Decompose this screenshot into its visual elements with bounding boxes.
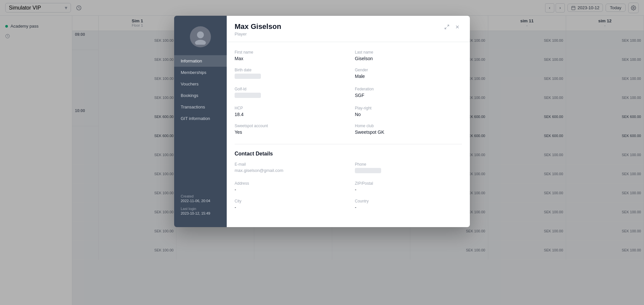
first-name-value: Max [235, 56, 342, 61]
field-email: E-mail max.giselson@gmail.com [235, 162, 342, 175]
personal-info-grid: First name Max Last name Giselson Birth … [235, 50, 462, 135]
field-golf-id: Golf-Id [235, 87, 342, 99]
last-name-value: Giselson [355, 56, 462, 61]
modal-player-name: Max Giselson [235, 22, 281, 31]
federation-label: Federation [355, 87, 462, 91]
modal-sidebar: Information Memberships Vouchers Booking… [174, 16, 227, 227]
field-birth-date: Birth date [235, 68, 342, 80]
modal-body: First name Max Last name Giselson Birth … [227, 42, 470, 227]
zip-label: ZIP/Postal [355, 181, 462, 186]
phone-label: Phone [355, 162, 462, 167]
zip-value: - [355, 187, 462, 192]
golf-id-value [235, 93, 261, 98]
modal-avatar-section [174, 26, 227, 47]
city-value: - [235, 205, 342, 210]
country-label: Country [355, 199, 462, 203]
last-name-label: Last name [355, 50, 462, 55]
play-right-label: Play-right [355, 106, 462, 110]
sidebar-item-vouchers[interactable]: Vouchers [174, 78, 227, 90]
city-label: City [235, 199, 342, 203]
avatar-icon [193, 29, 208, 45]
email-value: max.giselson@gmail.com [235, 168, 342, 173]
field-first-name: First name Max [235, 50, 342, 61]
contact-info-grid: E-mail max.giselson@gmail.com Phone Addr… [235, 162, 462, 210]
field-phone: Phone [355, 162, 462, 175]
hcp-label: HCP [235, 106, 342, 110]
home-club-value: Sweetspot GK [355, 129, 462, 135]
gender-value: Male [355, 74, 462, 79]
sidebar-item-memberships[interactable]: Memberships [174, 67, 227, 78]
country-value: - [355, 205, 462, 210]
modal-container: Information Memberships Vouchers Booking… [174, 16, 470, 227]
contact-section: Contact Details E-mail max.giselson@gmai… [235, 151, 462, 210]
golf-id-label: Golf-Id [235, 87, 342, 91]
created-meta: Created 2022-11-06, 20:04 [181, 194, 220, 203]
created-value: 2022-11-06, 20:04 [181, 199, 220, 203]
address-label: Address [235, 181, 342, 186]
close-icon [455, 24, 460, 30]
first-name-label: First name [235, 50, 342, 55]
modal-header-actions [442, 22, 462, 32]
field-country: Country - [355, 199, 462, 210]
field-last-name: Last name Giselson [355, 50, 462, 61]
play-right-value: No [355, 112, 462, 117]
field-play-right: Play-right No [355, 106, 462, 117]
expand-icon [444, 24, 449, 30]
phone-value [355, 168, 381, 173]
avatar [190, 26, 211, 47]
field-home-club: Home club Sweetspot GK [355, 124, 462, 135]
svg-point-7 [197, 32, 204, 38]
close-button[interactable] [453, 22, 462, 32]
svg-line-10 [445, 27, 447, 29]
sidebar-item-git-information[interactable]: GIT information [174, 113, 227, 124]
contact-section-title: Contact Details [235, 151, 462, 157]
modal-content: Max Giselson Player Fi [227, 16, 470, 227]
modal-header: Max Giselson Player [227, 16, 470, 42]
gender-label: Gender [355, 68, 462, 72]
field-address: Address - [235, 181, 342, 192]
field-hcp: HCP 18.4 [235, 106, 342, 117]
federation-value: SGF [355, 93, 462, 98]
personal-info-section: First name Max Last name Giselson Birth … [235, 50, 462, 135]
sweetspot-account-label: Sweetspot account [235, 124, 342, 128]
field-sweetspot-account: Sweetspot account Yes [235, 124, 342, 135]
svg-line-9 [447, 25, 449, 27]
modal-overlay[interactable]: Information Memberships Vouchers Booking… [0, 0, 644, 305]
expand-button[interactable] [442, 22, 451, 32]
email-label: E-mail [235, 162, 342, 167]
section-divider [235, 144, 462, 144]
modal-sidebar-footer: Created 2022-11-06, 20:04 Last login 202… [174, 194, 227, 219]
last-login-label: Last login [181, 207, 220, 211]
last-login-value: 2023-10-12, 15:49 [181, 211, 220, 215]
birth-date-label: Birth date [235, 68, 342, 72]
address-value: - [235, 187, 342, 192]
hcp-value: 18.4 [235, 112, 342, 117]
sweetspot-account-value: Yes [235, 129, 342, 135]
sidebar-item-bookings[interactable]: Bookings [174, 90, 227, 101]
birth-date-value [235, 74, 261, 79]
created-label: Created [181, 194, 220, 198]
field-city: City - [235, 199, 342, 210]
svg-point-8 [195, 40, 206, 45]
modal-title-area: Max Giselson Player [235, 22, 281, 36]
field-gender: Gender Male [355, 68, 462, 80]
last-login-meta: Last login 2023-10-12, 15:49 [181, 207, 220, 215]
home-club-label: Home club [355, 124, 462, 128]
sidebar-item-transactions[interactable]: Transactions [174, 101, 227, 113]
sidebar-item-information[interactable]: Information [174, 55, 227, 67]
field-federation: Federation SGF [355, 87, 462, 99]
modal-player-role: Player [235, 32, 281, 36]
field-zip: ZIP/Postal - [355, 181, 462, 192]
